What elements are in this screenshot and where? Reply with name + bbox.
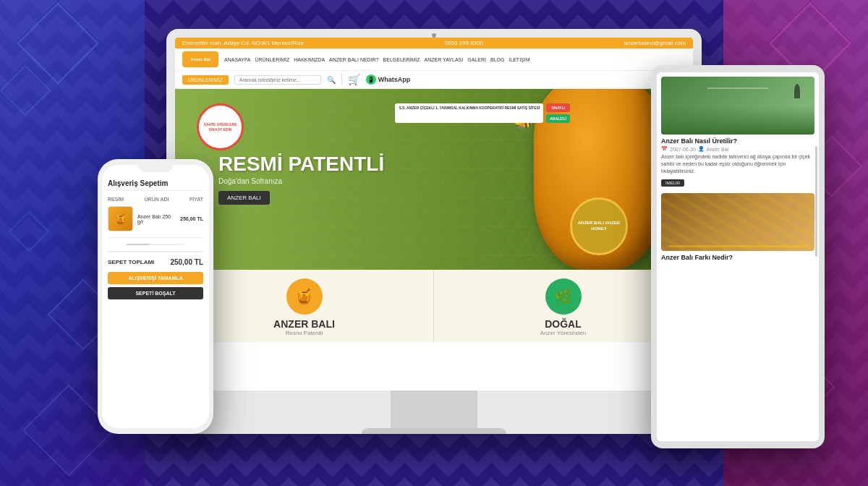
nav-iletisim[interactable]: İLETİŞİM [509,57,529,62]
nav-galeri[interactable]: GALERİ [467,57,486,62]
cart-header-price: FİYAT [190,197,203,202]
nav-urunlerimiz[interactable]: ÜRÜNLERİMİZ [255,57,289,62]
jar-image: 🍯 [109,207,132,231]
badge-onaylı: ONAYLI [546,103,570,112]
cart-title: Alışveriş Sepetim [108,179,203,191]
whatsapp-icon: 📱 [366,74,376,85]
nav-anasayfa[interactable]: ANASAYFA [224,57,250,62]
honey-accent [668,245,807,247]
phone-device: Alışveriş Sepetim RESİM ÜRÜN ADI FİYAT 🍯… [98,159,213,434]
tablet-content: Anzer Balı Nasıl Üretilir? 📅 2007-06-30 … [657,72,819,271]
monitor-base [362,428,506,434]
calendar-icon: 📅 [661,146,668,152]
scroll-indicator [108,244,203,245]
cart-header-name: ÜRÜN ADI [145,197,169,202]
nav-belgeler[interactable]: BELGELERİMİZ [383,57,420,62]
products-dropdown-button[interactable]: ÜRÜNLERİMİZ [182,75,229,85]
blog-post-2-image [661,193,814,251]
section-icon-2: 🌿 [545,278,582,315]
checkout-button[interactable]: ALIŞVERİŞİ TAMAMLA [108,272,203,284]
cart-total-amount: 250,00 TL [170,258,203,266]
cart-header: RESİM ÜRÜN ADI FİYAT [108,197,203,202]
cart-total-label: SEPET TOPLAMI [108,259,154,265]
phone-content: Alışveriş Sepetim RESİM ÜRÜN ADI FİYAT 🍯… [102,165,209,305]
cart-item-1-image: 🍯 [108,206,133,231]
official-text: S.S. ANZER ÇİÇEKLİ 1. TARIMSAL KALKINMA … [395,103,543,123]
author-icon: 👤 [698,146,705,152]
section-1-subtitle: Resmi Patentli [286,330,323,336]
cart-item-1-price: 250,00 TL [180,216,203,221]
section-2-subtitle: Anzer Yöresinden [540,330,586,336]
honey-jar-label: ANZER BALI ANZER HONEY [570,197,628,255]
blog-post-1-meta: 📅 2007-06-30 👤 Anzer Bal [661,146,814,152]
site-top-bar: Eminetttin mah. Adliye Cd. NO:8/1 Merkez… [175,38,693,48]
hero-text-block: RESMİ PATENTLİ Doğa'dan Sofranıza ANZER … [218,154,384,205]
section-2-title: DOĞAL [545,318,582,330]
hero-badges: S.S. ANZER ÇİÇEKLİ 1. TARIMSAL KALKINMA … [395,103,570,123]
hero-title: RESMİ PATENTLİ [218,154,384,174]
scrollbar[interactable] [815,146,817,257]
search-icon[interactable]: 🔍 [327,76,336,84]
site-navigation: Anzer Bal ANASAYFA ÜRÜNLERİMİZ HAKKIMIZD… [175,48,693,71]
cart-item-1: 🍯 Anzer Balı 250 g/r 250,00 TL [108,206,203,238]
cart-header-image: RESİM [108,197,124,202]
tablet-screen: Anzer Balı Nasıl Üretilir? 📅 2007-06-30 … [657,72,819,441]
blog-post-1-title: Anzer Balı Nasıl Üretilir? [661,137,814,145]
scroll-thumb [127,244,150,245]
search-input[interactable] [234,75,321,85]
scroll-bar [127,244,184,245]
monitor-screen: Eminetttin mah. Adliye Cd. NO:8/1 Merkez… [175,38,693,391]
site-sections-row: 🍯 ANZER BALI Resmi Patentli 🌿 DOĞAL Anze… [175,270,693,342]
whatsapp-label: WhatsApp [378,76,411,83]
hero-warning-badge: SAHTE ÜRÜNLERE DİKKAT EDİN [197,103,244,150]
blog-post-1: Anzer Balı Nasıl Üretilir? 📅 2007-06-30 … [661,77,814,187]
search-bar-row: ÜRÜNLERİMİZ 🔍 🛒 📱 WhatsApp [175,71,693,89]
cart-total-section: SEPET TOPLAMI 250,00 TL [108,251,203,266]
cart-item-1-name: Anzer Balı 250 g/r [137,214,176,224]
section-icon-1: 🍯 [286,278,323,315]
monitor-stand [391,391,477,434]
honeycomb-overlay [661,193,814,251]
divider [341,74,342,85]
blog-post-2: Anzer Balı Farkı Nedir? [661,193,814,261]
whatsapp-button[interactable]: 📱 WhatsApp [366,74,411,85]
blog-post-1-date: 2007-06-30 [670,147,696,152]
site-phone: 0850 299 0300 [445,40,483,46]
hero-subtitle: Doğa'dan Sofranıza [218,177,384,185]
nav-nedir[interactable]: ANZER BALI NEDİR? [329,57,378,62]
horizon-line [707,88,769,89]
cart-total-row: SEPET TOPLAMI 250,00 TL [108,258,203,266]
blog-post-1-excerpt: Anzer balı içeriğindeki nadide tatlıveri… [661,153,814,174]
nav-hakkimizda[interactable]: HAKKIMIZDA [294,57,325,62]
landscape-bottom [661,106,814,135]
blog-post-1-button[interactable]: İMELİR [661,179,684,187]
site-email: anzerbalevi@gmail.com [624,40,686,46]
clear-cart-button[interactable]: SEPETİ BOŞALT [108,287,203,299]
blog-post-1-image [661,77,814,135]
tablet-device: Anzer Balı Nasıl Üretilir? 📅 2007-06-30 … [651,65,825,448]
cart-item-1-details: Anzer Balı 250 g/r [137,214,176,224]
nav-yaylas[interactable]: ANZER YAYLASI [425,57,464,62]
site-section-patentli: 🍯 ANZER BALI Resmi Patentli [175,270,434,342]
badges-stack: ONAYLI ANALİZLİ [546,103,570,123]
site-address: Eminetttin mah. Adliye Cd. NO:8/1 Merkez… [182,40,304,46]
hero-cta-button[interactable]: ANZER BALI [218,191,270,205]
phone-notch [137,159,174,172]
site-logo: Anzer Bal [182,51,218,67]
person-figure [794,84,800,98]
blog-post-2-title: Anzer Balı Farkı Nedir? [661,254,814,261]
badge-analizli: ANALİZLİ [546,114,570,123]
blog-post-1-author: Anzer Bal [707,147,728,152]
nav-links[interactable]: ANASAYFA ÜRÜNLERİMİZ HAKKIMIZDA ANZER BA… [224,57,686,62]
section-1-title: ANZER BALI [273,318,335,330]
hero-section: SAHTE ÜRÜNLERE DİKKAT EDİN S.S. ANZER Çİ… [175,89,693,270]
phone-screen: Alışveriş Sepetim RESİM ÜRÜN ADI FİYAT 🍯… [102,165,209,428]
nav-blog[interactable]: BLOG [490,57,504,62]
monitor-device: Eminetttin mah. Adliye Cd. NO:8/1 Merkez… [166,29,702,434]
cart-icon[interactable]: 🛒 [348,74,360,85]
